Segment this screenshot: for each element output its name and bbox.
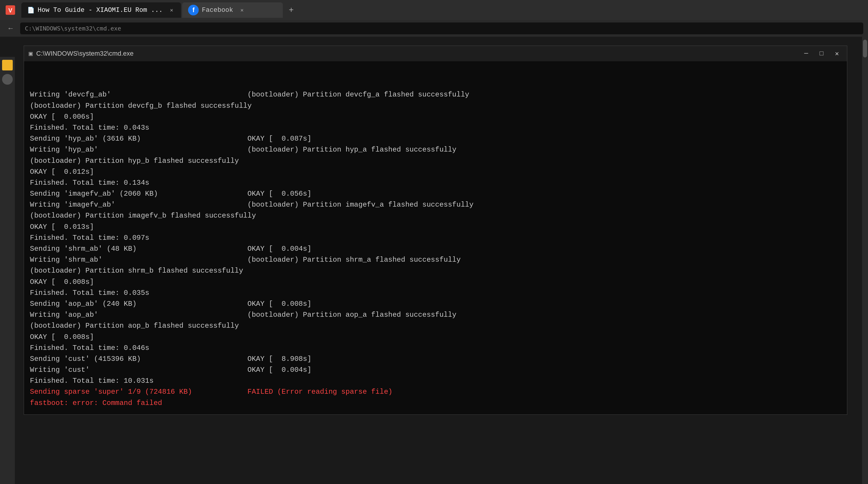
cmd-line: (bootloader) Partition imagefv_b flashed… (30, 210, 838, 221)
tab-how-to-guide[interactable]: 📄 How To Guide - XIAOMI.EU Rom ... ✕ (21, 2, 181, 18)
address-bar-row: ← C:\WINDOWS\system32\cmd.exe (0, 20, 868, 37)
scrollbar[interactable] (862, 37, 868, 484)
cmd-line: Sending 'aop_ab' (240 KB) OKAY [ 0.008s] (30, 298, 838, 309)
tab1-close[interactable]: ✕ (168, 6, 175, 13)
cmd-line: Writing 'shrm_ab' (bootloader) Partition… (30, 254, 838, 265)
cmd-line: OKAY [ 0.013s] (30, 221, 838, 232)
maximize-button[interactable]: □ (816, 48, 827, 59)
address-bar[interactable]: C:\WINDOWS\system32\cmd.exe (20, 23, 863, 34)
close-button[interactable]: ✕ (832, 48, 842, 59)
cmd-line: Writing 'devcfg_ab' (bootloader) Partiti… (30, 89, 838, 100)
cmd-line: Sending 'imagefv_ab' (2060 KB) OKAY [ 0.… (30, 188, 838, 199)
minimize-button[interactable]: ─ (801, 48, 811, 59)
svg-text:V: V (8, 7, 12, 13)
cmd-line: Sending 'cust' (415396 KB) OKAY [ 8.908s… (30, 353, 838, 364)
address-bar-text: C:\WINDOWS\system32\cmd.exe (25, 25, 121, 32)
cmd-output: Writing 'devcfg_ab' (bootloader) Partiti… (24, 61, 847, 414)
tab-bar: V 📄 How To Guide - XIAOMI.EU Rom ... ✕ f… (0, 0, 868, 20)
cmd-line: Writing 'cust' OKAY [ 0.004s] (30, 364, 838, 375)
window-controls: ─ □ ✕ (801, 48, 842, 59)
cmd-line: OKAY [ 0.006s] (30, 111, 838, 122)
new-tab-button[interactable]: + (284, 3, 298, 17)
tab2-favicon: f (188, 5, 199, 15)
cmd-window: ▣ C:\WINDOWS\system32\cmd.exe ─ □ ✕ Writ… (24, 45, 847, 415)
tab2-close[interactable]: ✕ (238, 6, 246, 13)
cmd-titlebar: ▣ C:\WINDOWS\system32\cmd.exe ─ □ ✕ (24, 46, 847, 61)
tab2-label: Facebook (202, 6, 233, 14)
back-button[interactable]: ← (5, 23, 17, 34)
cmd-title-text: C:\WINDOWS\system32\cmd.exe (36, 50, 797, 58)
tab-facebook[interactable]: f Facebook ✕ (182, 2, 283, 18)
sidebar-left (0, 57, 15, 484)
cmd-line: Finished. Total time: 0.097s (30, 232, 838, 243)
cmd-line: Finished. Total time: 10.031s (30, 375, 838, 386)
tab1-favicon: 📄 (27, 6, 35, 14)
tab1-label: How To Guide - XIAOMI.EU Rom ... (38, 6, 163, 14)
sidebar-bookmark-icon (2, 60, 13, 70)
cmd-line: Finished. Total time: 0.043s (30, 122, 838, 133)
cmd-icon: ▣ (29, 50, 33, 58)
cmd-line: (bootloader) Partition shrm_b flashed su… (30, 265, 838, 276)
cmd-line: Sending 'hyp_ab' (3616 KB) OKAY [ 0.087s… (30, 133, 838, 144)
browser-logo: V (3, 3, 18, 18)
cmd-line: (bootloader) Partition hyp_b flashed suc… (30, 155, 838, 166)
cmd-line: Finished. Total time: 0.035s (30, 287, 838, 298)
sidebar-avatar (2, 74, 13, 85)
cmd-line: (bootloader) Partition devcfg_b flashed … (30, 100, 838, 111)
cmd-line: Sending 'shrm_ab' (48 KB) OKAY [ 0.004s] (30, 243, 838, 254)
cmd-line: (bootloader) Partition aop_b flashed suc… (30, 320, 838, 331)
cmd-line: OKAY [ 0.012s] (30, 166, 838, 177)
cmd-line: Writing 'aop_ab' (bootloader) Partition … (30, 309, 838, 320)
cmd-line: Writing 'imagefv_ab' (bootloader) Partit… (30, 199, 838, 210)
cmd-line: Finished. Total time: 0.046s (30, 343, 838, 353)
cmd-line: Sending sparse 'super' 1/9 (724816 KB) F… (30, 386, 838, 397)
cmd-line: fastboot: error: Command failed (30, 397, 838, 409)
cmd-line: OKAY [ 0.008s] (30, 331, 838, 343)
cmd-line: Finished. Total time: 0.134s (30, 177, 838, 188)
scrollbar-thumb[interactable] (863, 40, 867, 58)
cmd-line: Writing 'hyp_ab' (bootloader) Partition … (30, 144, 838, 155)
cmd-line: OKAY [ 0.008s] (30, 277, 838, 287)
